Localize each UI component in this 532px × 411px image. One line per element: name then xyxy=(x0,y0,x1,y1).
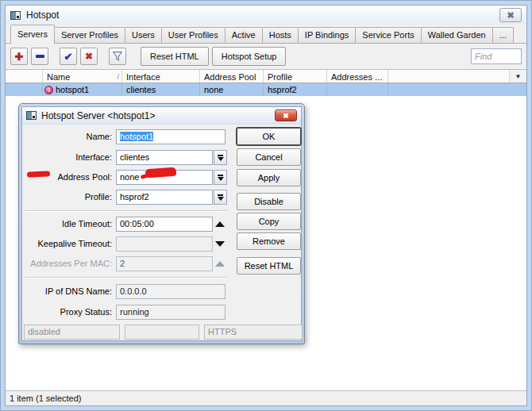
arrow-up-icon xyxy=(215,261,225,267)
cancel-button[interactable]: Cancel xyxy=(237,148,301,166)
plus-icon: ✚ xyxy=(15,52,24,62)
funnel-icon xyxy=(112,51,123,62)
table-header-row: Name / Interface Address Pool Profile Ad… xyxy=(6,70,526,83)
arrow-down-icon xyxy=(215,241,225,247)
idle-timeout-label: Idle Timeout: xyxy=(22,217,112,232)
tab-servers[interactable]: Servers xyxy=(10,25,55,44)
column-header-address-pool[interactable]: Address Pool xyxy=(200,70,264,83)
enable-button[interactable]: ✔ xyxy=(60,48,77,65)
proxy-status-label: Proxy Status: xyxy=(22,305,112,320)
hotspot-setup-button[interactable]: Hotspot Setup xyxy=(212,47,287,66)
dialog-window-icon xyxy=(26,111,37,120)
combo-bar-icon xyxy=(218,194,223,196)
status-bar: 1 item (1 selected) xyxy=(6,390,526,405)
keepalive-timeout-down-arrow[interactable] xyxy=(215,236,225,252)
column-header-filler xyxy=(388,70,510,83)
tab-user-profiles[interactable]: User Profiles xyxy=(161,27,226,43)
column-header-addresses[interactable]: Addresses ... xyxy=(327,70,388,83)
name-field[interactable]: hotspot1 xyxy=(116,129,226,144)
tab-hosts[interactable]: Hosts xyxy=(262,27,299,43)
dialog-status-middle xyxy=(125,325,199,340)
table-row[interactable]: hotspot1 clientes none hsprof2 xyxy=(6,83,526,96)
column-header-name[interactable]: Name / xyxy=(43,70,122,83)
chevron-down-icon: ▼ xyxy=(515,73,522,80)
keepalive-timeout-field[interactable] xyxy=(116,236,213,252)
separator xyxy=(25,277,227,278)
tab-server-profiles[interactable]: Server Profiles xyxy=(54,27,125,43)
dialog-status-https: HTTPS xyxy=(204,325,303,340)
idle-timeout-field[interactable]: 00:05:00 xyxy=(116,217,213,232)
keepalive-timeout-label: Keepalive Timeout: xyxy=(22,236,112,252)
combo-bar-icon xyxy=(218,155,223,156)
addresses-per-mac-up-arrow xyxy=(215,256,225,271)
addresses-per-mac-field[interactable]: 2 xyxy=(116,256,213,271)
dialog-close-icon[interactable]: ✖ xyxy=(275,109,297,121)
combo-arrow-icon xyxy=(218,197,224,201)
apply-button[interactable]: Apply xyxy=(237,169,301,186)
window-title: Hotspot xyxy=(26,10,59,21)
reset-html-toolbar-button[interactable]: Reset HTML xyxy=(141,47,209,66)
tab-ip-bindings[interactable]: IP Bindings xyxy=(298,27,356,43)
toolbar: ✚ ✔ ✖ Reset HTML Hotspot Setup xyxy=(6,44,526,69)
window-close-icon[interactable]: ✖ xyxy=(499,8,522,22)
interface-field[interactable]: clientes xyxy=(116,150,213,165)
reset-html-button-dialog[interactable]: Reset HTML xyxy=(237,257,301,275)
combo-arrow-icon xyxy=(218,157,224,161)
column-header-profile[interactable]: Profile xyxy=(264,70,327,83)
addresses-per-mac-label: Addresses Per MAC: xyxy=(22,256,112,271)
proxy-status-field: running xyxy=(116,305,226,320)
window-titlebar: Hotspot ✖ xyxy=(6,6,526,25)
dialog-status-disabled: disabled xyxy=(24,325,120,340)
x-icon: ✖ xyxy=(85,52,93,61)
combo-arrow-icon xyxy=(218,177,224,181)
profile-label: Profile: xyxy=(22,190,112,205)
row-addresses-cell xyxy=(327,83,388,96)
disable-button-dialog[interactable]: Disable xyxy=(237,193,301,210)
check-icon: ✔ xyxy=(64,52,73,62)
remove-button-dialog[interactable]: Remove xyxy=(237,232,301,250)
ip-of-dns-name-field: 0.0.0.0 xyxy=(116,284,226,299)
selected-text: hotspot1 xyxy=(120,132,153,141)
dialog-inner: Hotspot Server <hotspot1> ✖ Name: hotspo… xyxy=(21,106,302,341)
row-filler-cell xyxy=(388,83,526,96)
column-chooser-button[interactable]: ▼ xyxy=(510,70,526,83)
combo-bar-icon xyxy=(218,175,223,176)
tab-strip: Servers Server Profiles Users User Profi… xyxy=(6,25,526,44)
row-address-pool-cell: none xyxy=(200,83,264,96)
column-header-interface[interactable]: Interface xyxy=(122,70,200,83)
copy-button[interactable]: Copy xyxy=(237,213,301,230)
idle-timeout-up-arrow[interactable] xyxy=(215,217,225,232)
interface-dropdown-button[interactable] xyxy=(214,150,227,165)
tab-service-ports[interactable]: Service Ports xyxy=(355,27,421,43)
ok-button[interactable]: OK xyxy=(237,128,301,145)
dialog-title: Hotspot Server <hotspot1> xyxy=(41,110,155,121)
minus-icon xyxy=(36,55,44,58)
name-label: Name: xyxy=(22,129,112,144)
hotspot-server-icon xyxy=(44,86,53,94)
find-input[interactable] xyxy=(471,48,522,64)
row-flags-cell xyxy=(6,83,43,96)
app-window-icon xyxy=(10,11,21,20)
arrow-up-icon xyxy=(215,221,225,227)
dialog-titlebar: Hotspot Server <hotspot1> ✖ xyxy=(22,107,301,125)
profile-dropdown-button[interactable] xyxy=(214,190,227,205)
profile-field[interactable]: hsprof2 xyxy=(116,190,213,205)
ip-of-dns-name-label: IP of DNS Name: xyxy=(22,284,112,299)
tab-walled-garden[interactable]: Walled Garden xyxy=(421,27,493,43)
filter-button[interactable] xyxy=(109,48,126,65)
row-name-cell: hotspot1 xyxy=(43,83,122,96)
row-interface-cell: clientes xyxy=(122,83,200,96)
disable-button[interactable]: ✖ xyxy=(80,48,98,65)
row-profile-cell: hsprof2 xyxy=(264,83,327,96)
address-pool-dropdown-button[interactable] xyxy=(214,170,227,185)
sort-icon: / xyxy=(117,73,119,81)
tab-more[interactable]: ... xyxy=(492,27,514,43)
column-header-flags[interactable] xyxy=(6,70,43,83)
add-button[interactable]: ✚ xyxy=(10,48,28,65)
tab-users[interactable]: Users xyxy=(125,27,162,43)
remove-button[interactable] xyxy=(31,48,48,65)
interface-label: Interface: xyxy=(22,150,112,165)
separator xyxy=(25,210,227,212)
tab-active[interactable]: Active xyxy=(225,27,263,43)
item-count-text: 1 item (1 selected) xyxy=(10,394,81,403)
